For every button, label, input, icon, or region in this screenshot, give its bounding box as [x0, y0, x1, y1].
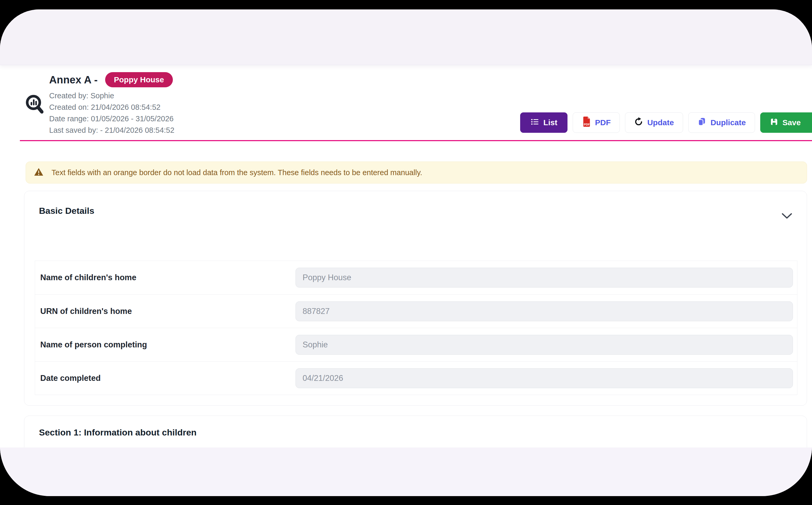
person-completing-input[interactable]	[295, 335, 793, 355]
field-label: URN of children's home	[40, 307, 295, 316]
basic-details-card: Basic Details Name of children's home UR…	[24, 191, 807, 406]
field-label: Name of children's home	[40, 273, 295, 282]
warning-triangle-icon	[34, 168, 44, 177]
svg-text:PDF: PDF	[584, 123, 590, 126]
home-urn-input[interactable]	[295, 301, 793, 321]
pdf-file-icon: PDF	[582, 116, 591, 129]
meta-created-on: Created on: 21/04/2026 08:54:52	[49, 102, 174, 113]
table-row: Name of person completing	[35, 328, 797, 361]
pdf-button[interactable]: PDF PDF	[573, 113, 620, 133]
section1-title: Section 1: Information about children	[39, 428, 197, 438]
page-title: Annex A -	[49, 74, 98, 86]
report-metadata: Created by: Sophie Created on: 21/04/202…	[49, 90, 174, 136]
duplicate-button[interactable]: Duplicate	[688, 113, 755, 133]
meta-last-saved: Last saved by: - 21/04/2026 08:54:52	[49, 125, 174, 136]
table-row: Date completed	[35, 361, 797, 395]
floppy-disk-icon	[770, 118, 778, 128]
warning-banner-text: Text fields with an orange border do not…	[51, 168, 422, 177]
table-row: URN of children's home	[35, 294, 797, 328]
list-icon	[530, 117, 539, 128]
app-window: Annex A - Poppy House Created by: Sophie…	[0, 9, 812, 496]
copy-icon	[697, 117, 706, 128]
basic-details-title: Basic Details	[39, 206, 95, 216]
table-row: Name of children's home	[35, 261, 797, 294]
list-button-label: List	[543, 118, 557, 127]
field-label: Name of person completing	[40, 340, 295, 349]
top-band	[0, 9, 812, 65]
chevron-down-icon[interactable]	[782, 213, 792, 220]
duplicate-button-label: Duplicate	[710, 118, 746, 127]
meta-created-by: Created by: Sophie	[49, 90, 174, 102]
list-button[interactable]: List	[520, 113, 567, 133]
meta-date-range: Date range: 01/05/2026 - 31/05/2026	[49, 113, 174, 125]
main-content: Annex A - Poppy House Created by: Sophie…	[0, 65, 812, 448]
basic-details-table: Name of children's home URN of children'…	[35, 261, 797, 395]
refresh-icon	[634, 117, 643, 128]
save-button[interactable]: Save	[760, 113, 812, 133]
home-name-badge: Poppy House	[105, 72, 173, 87]
header-title-row: Annex A - Poppy House	[49, 72, 173, 87]
save-button-label: Save	[783, 118, 801, 127]
field-label: Date completed	[40, 373, 295, 383]
analytics-search-icon	[26, 94, 43, 114]
pdf-button-label: PDF	[595, 118, 611, 127]
header-divider-line	[20, 140, 812, 141]
update-button-label: Update	[647, 118, 674, 127]
update-button[interactable]: Update	[625, 113, 683, 133]
home-name-input[interactable]	[295, 268, 793, 288]
date-completed-input[interactable]	[295, 368, 793, 388]
warning-banner: Text fields with an orange border do not…	[26, 162, 807, 183]
section1-card: Section 1: Information about children	[24, 415, 807, 448]
bottom-band	[0, 448, 812, 496]
header-actions: List PDF PDF	[520, 113, 812, 133]
